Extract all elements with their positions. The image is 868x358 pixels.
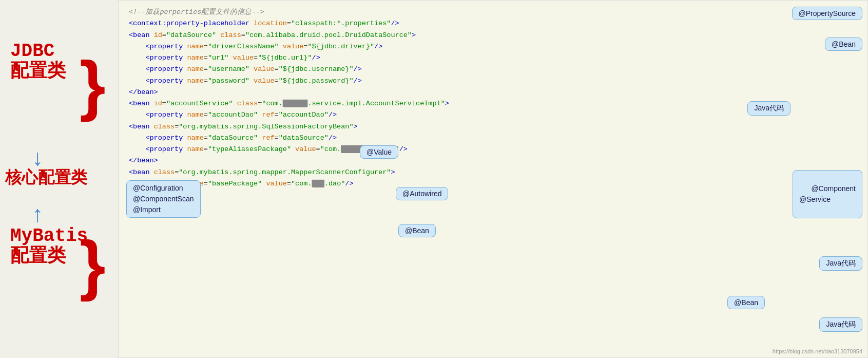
code-line-4: <bean id="dataSource" class="com.alibaba… bbox=[129, 30, 857, 41]
java-code-bubble-1: Java代码 bbox=[747, 101, 790, 116]
code-line-1: <!--加载perperties配置文件的信息--> bbox=[129, 7, 857, 18]
jdbc-brace: } bbox=[80, 51, 106, 118]
code-line-8: <property name="password" value="${jdbc.… bbox=[129, 76, 857, 87]
code-line-19: <bean class="org.mybatis.spring.mapper.M… bbox=[129, 167, 857, 178]
java-code-bubble-2: Java代码 bbox=[819, 256, 862, 271]
arrow-up: ↑ bbox=[31, 203, 44, 229]
core-label: 核心配置类 bbox=[5, 169, 87, 187]
mybatis-label: MyBatis bbox=[10, 226, 88, 247]
property-source-bubble: @PropertySource bbox=[792, 7, 862, 20]
bean-bubble-2: @Bean bbox=[398, 224, 436, 237]
code-line-6: <property name="url" value="${jdbc.url}"… bbox=[129, 52, 857, 64]
code-line-17: </bean> bbox=[129, 155, 857, 166]
value-bubble: @Value bbox=[360, 145, 398, 159]
code-line-9: </bean> bbox=[129, 87, 857, 98]
left-labels-section: JDBC 配置类 } ↓ 核心配置类 ↑ MyBatis 配置类 } bbox=[0, 0, 118, 358]
configuration-bubble: @Configuration@ComponentScan@Import bbox=[126, 180, 201, 218]
java-code-bubble-3: Java代码 bbox=[819, 317, 862, 332]
arrow-down: ↓ bbox=[31, 146, 44, 172]
mybatis-brace: } bbox=[80, 231, 106, 298]
code-line-20: <property name="basePackage" value="com.… bbox=[129, 178, 857, 190]
watermark: https://blog.csdn.net/dao313070954 bbox=[773, 348, 862, 354]
code-line-16: <property name="typeAliasesPackage" valu… bbox=[129, 144, 857, 155]
mybatis-sub-label: 配置类 bbox=[10, 247, 66, 267]
code-line-14: <bean class="org.mybatis.spring.SqlSessi… bbox=[129, 121, 857, 133]
bean-bubble-3: @Bean bbox=[727, 296, 765, 309]
code-line-7: <property name="username" value="${jdbc.… bbox=[129, 64, 857, 75]
code-line-2: <context:property-placeholder location="… bbox=[129, 18, 857, 29]
code-line-5: <property name="driverClassName" value="… bbox=[129, 41, 857, 52]
mybatis-label-group: MyBatis 配置类 bbox=[10, 226, 88, 267]
autowired-bubble: @Autowired bbox=[396, 187, 448, 200]
bean-bubble-1: @Bean bbox=[825, 37, 862, 51]
core-label-group: 核心配置类 bbox=[5, 169, 87, 187]
main-container: JDBC 配置类 } ↓ 核心配置类 ↑ MyBatis 配置类 } <!--加… bbox=[0, 0, 868, 358]
jdbc-label: JDBC bbox=[10, 41, 54, 62]
code-area: <!--加载perperties配置文件的信息--> <context:prop… bbox=[118, 0, 868, 358]
component-service-bubble: @Component@Service bbox=[793, 170, 862, 218]
code-line-15: <property name="dataSource" ref="dataSou… bbox=[129, 133, 857, 144]
jdbc-label-group: JDBC 配置类 bbox=[10, 41, 66, 82]
code-line-21: </bean> bbox=[129, 190, 857, 201]
jdbc-sub-label: 配置类 bbox=[10, 62, 66, 82]
